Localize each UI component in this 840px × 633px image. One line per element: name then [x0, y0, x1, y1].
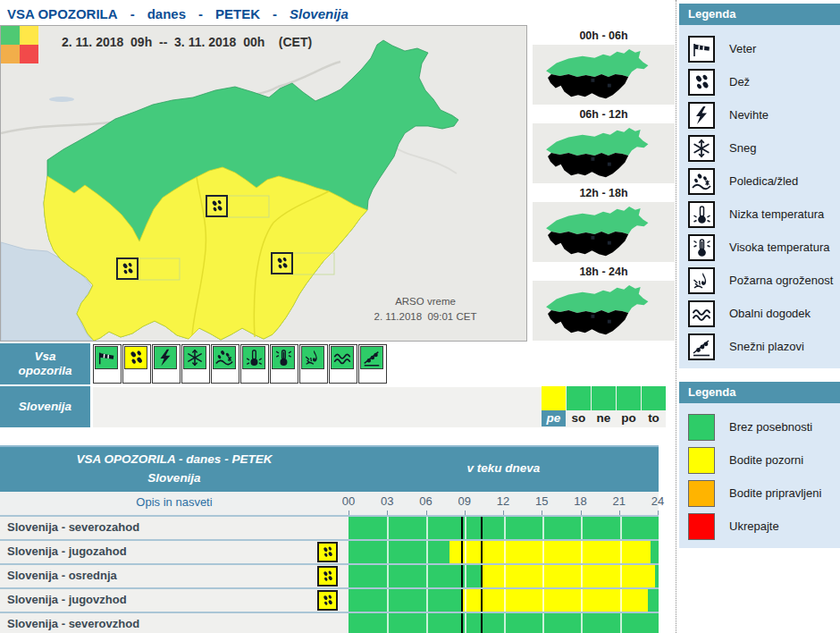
table-subheader: Opis in nasveti 00 03 06 09 12 15 18 21 … [0, 492, 659, 517]
interval-label: 12h - 18h [533, 184, 675, 202]
tab-sneg[interactable] [181, 344, 210, 384]
interval-map-12-18[interactable]: 12h - 18h [533, 184, 675, 262]
orange-swatch [688, 480, 715, 507]
content-sidebar-divider [676, 0, 676, 633]
map-validity-title: 2. 11. 2018 09h -- 3. 11. 2018 00h (CET) [62, 35, 312, 49]
tab-obalni-dogodek[interactable] [329, 344, 357, 384]
mini-slovenia-map[interactable] [537, 126, 671, 181]
legend-item-nevihte: Nevihte [679, 98, 840, 131]
all-warnings-label: Vsaopozorila [0, 343, 90, 384]
mini-slovenia-map[interactable] [537, 205, 671, 260]
tab-nevihte[interactable] [152, 344, 181, 384]
snezni-plazovi-icon [688, 333, 715, 360]
legend-item-pozarna-ogrozenost: Požarna ogroženost [679, 264, 840, 297]
sneg-icon [688, 135, 715, 162]
timeline-bar [349, 541, 659, 563]
snezni-plazovi-icon [362, 348, 382, 367]
interval-label: 06h - 12h [533, 106, 675, 123]
nevihte-icon [688, 102, 715, 129]
poledica-icon [688, 168, 715, 195]
day-tabs: pe so ne po to [542, 386, 667, 426]
timeline-bar [349, 589, 659, 612]
title-today-link[interactable]: danes [147, 6, 186, 21]
nizka-temperatura-icon [244, 348, 264, 367]
legend-levels-panel: Legenda Brez posebnosti Bodite pozorni B… [679, 382, 840, 548]
interval-map-00-06[interactable]: 00h - 06h [533, 27, 675, 105]
legend-icons-title: Legenda [679, 4, 840, 25]
table-header-title: VSA OPOZORILA - danes - PETEK [0, 452, 349, 466]
map-attribution: ARSO vreme 2. 11.2018 09:01 CET [358, 294, 492, 325]
legend-level-red: Ukrepajte [679, 510, 840, 543]
legend-item-snezni-plazovi: Snežni plazovi [679, 330, 840, 363]
timeline-bar [349, 565, 659, 587]
day-tab-po[interactable]: po [617, 386, 641, 426]
title-day-link[interactable]: PETEK [215, 6, 260, 21]
warning-map[interactable]: 2. 11. 2018 09h -- 3. 11. 2018 00h (CET)… [0, 25, 527, 342]
legend-item-obalni-dogodek: Obalni dogodek [679, 297, 840, 330]
yellow-swatch [688, 447, 715, 474]
interval-map-18-24[interactable]: 18h - 24h [533, 263, 675, 341]
map-warning-dez-icon [117, 258, 138, 279]
legend-icons-panel: Legenda Veter Dež Nevihte Sneg Poledica/… [679, 4, 840, 368]
legend-levels-title: Legenda [679, 382, 840, 403]
interval-maps: 00h - 06h 06h - 12h 12h - 18h 18h - 24h [533, 27, 675, 342]
table-row: Slovenija - severozahod [0, 517, 659, 541]
map-warning-dez-icon [206, 196, 227, 216]
red-swatch [688, 513, 715, 540]
tab-nizka-temperatura[interactable] [240, 344, 269, 384]
day-severity-swatch [642, 386, 666, 410]
visoka-temperatura-icon [273, 348, 293, 367]
dez-icon[interactable] [317, 542, 338, 562]
day-severity-swatch [592, 386, 616, 410]
page-title-brand: VSA OPOZORILA [7, 6, 118, 21]
poledica-icon [214, 348, 234, 367]
severity-scale-swatch [1, 26, 38, 63]
obalni-dogodek-icon [332, 348, 352, 367]
veter-icon [97, 348, 116, 367]
tab-dez[interactable] [122, 344, 151, 384]
hour-axis: 00 03 06 09 12 15 18 21 24 [349, 492, 659, 515]
table-row: Slovenija - severovzhod [0, 613, 659, 633]
legend-item-sneg: Sneg [679, 131, 840, 165]
day-severity-swatch [567, 386, 591, 410]
pozarna-ogrozenost-icon [303, 348, 323, 367]
legend-item-veter: Veter [679, 32, 840, 65]
table-row: Slovenija - osrednja [0, 565, 659, 589]
dez-icon [688, 69, 715, 96]
day-tab-ne[interactable]: ne [592, 386, 616, 426]
mini-slovenia-map[interactable] [537, 283, 671, 339]
mini-slovenia-map[interactable] [537, 47, 671, 103]
tab-pozarna-ogrozenost[interactable] [299, 344, 328, 384]
title-region-link[interactable]: Slovenija [290, 6, 349, 21]
table-header: VSA OPOZORILA - danes - PETEK Slovenija … [0, 447, 659, 492]
tab-visoka-temperatura[interactable] [270, 344, 298, 384]
timeline-bar [349, 517, 659, 539]
region-label: Slovenija [0, 386, 90, 427]
obalni-dogodek-icon [688, 300, 715, 327]
day-severity-swatch [542, 386, 566, 410]
dez-icon[interactable] [317, 566, 338, 587]
tab-snezni-plazovi[interactable] [358, 344, 387, 384]
dez-icon [126, 348, 146, 367]
tab-poledica[interactable] [211, 344, 239, 384]
nizka-temperatura-icon [688, 201, 715, 228]
legend-level-orange: Bodite pripravljeni [679, 477, 840, 510]
day-tab-pe[interactable]: pe [542, 386, 566, 426]
day-tab-to[interactable]: to [642, 386, 666, 426]
sneg-icon [185, 348, 205, 367]
legend-item-nizka-temperatura: Nizka temperatura [679, 198, 840, 231]
day-tab-so[interactable]: so [567, 386, 591, 426]
tab-veter[interactable] [93, 344, 122, 384]
interval-map-06-12[interactable]: 06h - 12h [533, 106, 675, 183]
table-row: Slovenija - jugozahod [0, 541, 659, 565]
legend-item-poledica: Poledica/žled [679, 165, 840, 198]
title-separator: - [130, 6, 135, 21]
table-header-timeline: v teku dneva [349, 461, 659, 475]
warning-type-tabs [93, 344, 388, 384]
desc-column-label: Opis in nasveti [0, 495, 349, 509]
warnings-table: VSA OPOZORILA - danes - PETEK Slovenija … [0, 445, 659, 633]
interval-label: 18h - 24h [533, 263, 675, 281]
legend-item-dez: Dež [679, 65, 840, 98]
dez-icon[interactable] [317, 590, 338, 611]
interval-label: 00h - 06h [533, 27, 675, 45]
